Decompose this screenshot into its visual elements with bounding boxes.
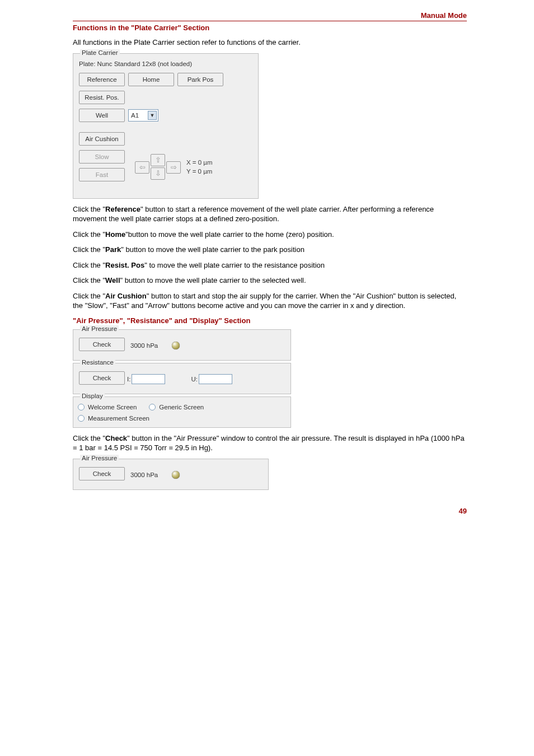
resistance-check-button[interactable]: Check — [79, 371, 125, 385]
click-resist-text: Click the "Resist. Pos" to move the well… — [73, 260, 467, 270]
resist-pos-button[interactable]: Resist. Pos. — [79, 91, 125, 104]
home-button[interactable]: Home — [128, 73, 174, 86]
arrow-left-button[interactable]: ⇦ — [135, 161, 149, 174]
air-pressure-panel: Air Pressure Check 3000 hPa — [73, 329, 291, 361]
resistance-u-field[interactable] — [199, 374, 232, 384]
page-number: 49 — [73, 507, 467, 515]
arrow-down-icon: ⇩ — [155, 169, 161, 178]
xy-readout: X = 0 µm Y = 0 µm — [186, 158, 213, 176]
resistance-i-label: I: — [127, 376, 130, 382]
click-well-text: Click the "Well" button to move the well… — [73, 276, 467, 286]
click-home-text: Click the "Home"button to move the well … — [73, 230, 467, 240]
click-reference-text: Click the "Reference" button to start a … — [73, 204, 467, 224]
radio-icon — [78, 415, 85, 422]
welcome-screen-radio[interactable]: Welcome Screen — [78, 404, 137, 410]
section-title-air-resistance-display: "Air Pressure", "Resistance" and "Displa… — [73, 316, 467, 325]
arrow-down-button[interactable]: ⇩ — [151, 167, 165, 180]
plate-label: Plate: Nunc Standard 12x8 (not loaded) — [79, 60, 254, 67]
welcome-screen-label: Welcome Screen — [88, 404, 137, 410]
air-pressure-value: 3000 hPa — [130, 342, 163, 349]
arrow-right-icon: ⇨ — [171, 163, 177, 171]
display-legend: Display — [80, 393, 105, 399]
air-pressure-panel-2: Air Pressure Check 3000 hPa — [73, 459, 269, 490]
section-title-plate-carrier: Functions in the "Plate Carrier" Section — [73, 24, 467, 32]
plate-carrier-panel: Plate Carrier Plate: Nunc Standard 12x8 … — [73, 53, 259, 199]
resistance-u-label: U: — [191, 376, 198, 382]
arrow-pad: ⇧ ⇦ ⇨ ⇩ — [135, 154, 181, 180]
measurement-screen-label: Measurement Screen — [88, 415, 149, 422]
resistance-legend: Resistance — [80, 359, 115, 366]
radio-icon — [78, 404, 85, 410]
generic-screen-radio[interactable]: Generic Screen — [149, 404, 204, 410]
display-panel: Display Welcome Screen Generic Screen — [73, 396, 291, 428]
header-title: Manual Mode — [73, 11, 467, 20]
plate-carrier-legend: Plate Carrier — [80, 49, 120, 56]
air-pressure-legend: Air Pressure — [80, 325, 119, 332]
chevron-down-icon: ▼ — [148, 111, 157, 120]
air-pressure-legend-2: Air Pressure — [80, 455, 119, 461]
measurement-screen-radio[interactable]: Measurement Screen — [78, 415, 149, 422]
click-park-text: Click the "Park" button to move the well… — [73, 245, 467, 255]
arrow-left-icon: ⇦ — [139, 163, 146, 171]
resistance-panel: Resistance Check I: U: — [73, 363, 291, 394]
intro-text: All functions in the Plate Carrier secti… — [73, 38, 467, 48]
arrow-right-button[interactable]: ⇨ — [166, 161, 181, 174]
status-led-icon — [172, 471, 180, 479]
click-air-cushion-text: Click the "Air Cushion" button to start … — [73, 291, 467, 311]
park-pos-button[interactable]: Park Pos — [177, 73, 223, 86]
status-led-icon — [172, 342, 180, 349]
air-pressure-check-button-2[interactable]: Check — [79, 467, 125, 480]
reference-button[interactable]: Reference — [79, 73, 125, 86]
x-position: X = 0 µm — [186, 158, 213, 167]
y-position: Y = 0 µm — [186, 167, 213, 176]
slow-button[interactable]: Slow — [79, 150, 125, 164]
arrow-up-icon: ⇧ — [155, 156, 161, 164]
header-divider — [73, 21, 467, 21]
generic-screen-label: Generic Screen — [159, 404, 204, 410]
well-select-value: A1 — [131, 112, 139, 119]
air-pressure-value-2: 3000 hPa — [130, 472, 163, 478]
arrow-up-button[interactable]: ⇧ — [151, 154, 165, 166]
well-button[interactable]: Well — [79, 109, 125, 122]
fast-button[interactable]: Fast — [79, 168, 125, 181]
well-select[interactable]: A1 ▼ — [128, 109, 158, 122]
radio-icon — [149, 404, 156, 410]
resistance-i-field[interactable] — [132, 374, 165, 384]
air-cushion-button[interactable]: Air Cushion — [79, 132, 125, 146]
air-pressure-check-button[interactable]: Check — [79, 338, 125, 351]
click-check-text: Click the "Check" button in the "Air Pre… — [73, 433, 467, 453]
